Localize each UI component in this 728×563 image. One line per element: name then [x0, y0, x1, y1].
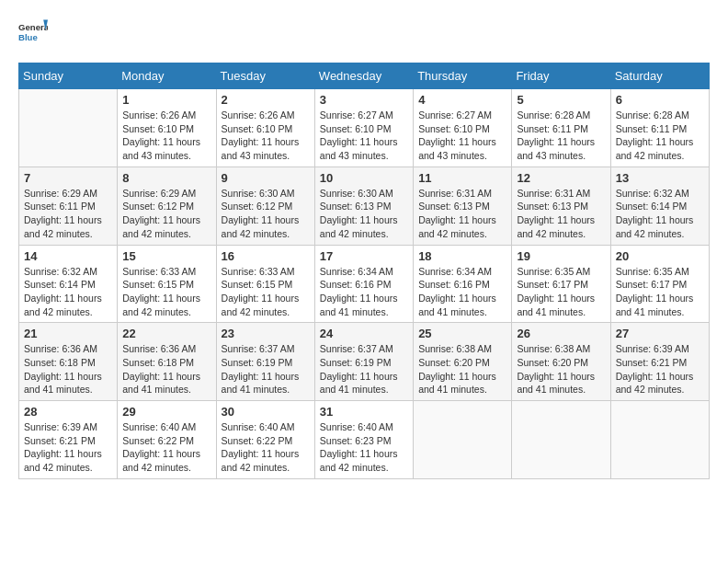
day-number: 25: [418, 327, 506, 340]
calendar-cell: [19, 89, 118, 167]
calendar-cell: 25Sunrise: 6:38 AM Sunset: 6:20 PM Dayli…: [414, 323, 512, 401]
day-detail: Sunrise: 6:27 AM Sunset: 6:10 PM Dayligh…: [320, 109, 408, 163]
calendar-cell: 12Sunrise: 6:31 AM Sunset: 6:13 PM Dayli…: [512, 167, 610, 245]
weekday-header: Sunday: [19, 63, 118, 89]
day-number: 8: [122, 171, 210, 185]
calendar-cell: 3Sunrise: 6:27 AM Sunset: 6:10 PM Daylig…: [314, 89, 413, 167]
day-number: 4: [418, 93, 506, 107]
day-number: 29: [122, 405, 210, 419]
calendar-cell: 21Sunrise: 6:36 AM Sunset: 6:18 PM Dayli…: [19, 323, 118, 401]
page-header: GeneralBlue: [18, 18, 710, 48]
day-number: 3: [320, 93, 408, 107]
day-number: 15: [122, 249, 210, 263]
day-detail: Sunrise: 6:34 AM Sunset: 6:16 PM Dayligh…: [418, 265, 506, 319]
day-number: 17: [320, 249, 408, 263]
calendar-week-row: 21Sunrise: 6:36 AM Sunset: 6:18 PM Dayli…: [19, 323, 710, 401]
day-detail: Sunrise: 6:39 AM Sunset: 6:21 PM Dayligh…: [24, 420, 112, 475]
calendar-cell: [512, 401, 610, 479]
day-number: 16: [222, 249, 310, 263]
day-number: 13: [616, 171, 704, 185]
calendar-cell: 6Sunrise: 6:28 AM Sunset: 6:11 PM Daylig…: [610, 89, 709, 167]
svg-text:General: General: [18, 22, 48, 32]
day-number: 14: [24, 249, 112, 263]
day-number: 1: [122, 93, 210, 107]
calendar-cell: 10Sunrise: 6:30 AM Sunset: 6:13 PM Dayli…: [314, 167, 413, 245]
day-detail: Sunrise: 6:36 AM Sunset: 6:18 PM Dayligh…: [24, 342, 112, 396]
day-detail: Sunrise: 6:31 AM Sunset: 6:13 PM Dayligh…: [517, 187, 605, 241]
weekday-header: Thursday: [414, 63, 512, 89]
calendar-cell: 17Sunrise: 6:34 AM Sunset: 6:16 PM Dayli…: [314, 245, 413, 323]
day-detail: Sunrise: 6:30 AM Sunset: 6:13 PM Dayligh…: [320, 187, 408, 241]
calendar-cell: 18Sunrise: 6:34 AM Sunset: 6:16 PM Dayli…: [414, 245, 512, 323]
day-detail: Sunrise: 6:40 AM Sunset: 6:23 PM Dayligh…: [320, 420, 408, 475]
day-detail: Sunrise: 6:40 AM Sunset: 6:22 PM Dayligh…: [122, 420, 210, 475]
calendar-week-row: 28Sunrise: 6:39 AM Sunset: 6:21 PM Dayli…: [19, 401, 710, 479]
weekday-header: Monday: [118, 63, 216, 89]
day-detail: Sunrise: 6:32 AM Sunset: 6:14 PM Dayligh…: [616, 187, 704, 241]
day-number: 10: [320, 171, 408, 185]
day-detail: Sunrise: 6:38 AM Sunset: 6:20 PM Dayligh…: [517, 342, 605, 396]
day-number: 23: [222, 327, 310, 340]
calendar-cell: 5Sunrise: 6:28 AM Sunset: 6:11 PM Daylig…: [512, 89, 610, 167]
calendar-cell: 13Sunrise: 6:32 AM Sunset: 6:14 PM Dayli…: [610, 167, 709, 245]
day-number: 28: [24, 405, 112, 419]
day-detail: Sunrise: 6:27 AM Sunset: 6:10 PM Dayligh…: [418, 109, 506, 163]
weekday-header: Wednesday: [314, 63, 413, 89]
day-number: 20: [616, 249, 704, 263]
calendar-cell: 11Sunrise: 6:31 AM Sunset: 6:13 PM Dayli…: [414, 167, 512, 245]
calendar-cell: 28Sunrise: 6:39 AM Sunset: 6:21 PM Dayli…: [19, 401, 118, 479]
calendar-cell: 31Sunrise: 6:40 AM Sunset: 6:23 PM Dayli…: [314, 401, 413, 479]
calendar-cell: 29Sunrise: 6:40 AM Sunset: 6:22 PM Dayli…: [118, 401, 216, 479]
day-detail: Sunrise: 6:28 AM Sunset: 6:11 PM Dayligh…: [517, 109, 605, 163]
day-number: 21: [24, 327, 112, 340]
calendar-cell: 22Sunrise: 6:36 AM Sunset: 6:18 PM Dayli…: [118, 323, 216, 401]
calendar-cell: 14Sunrise: 6:32 AM Sunset: 6:14 PM Dayli…: [19, 245, 118, 323]
day-detail: Sunrise: 6:38 AM Sunset: 6:20 PM Dayligh…: [418, 342, 506, 396]
day-number: 30: [222, 405, 310, 419]
calendar-cell: 15Sunrise: 6:33 AM Sunset: 6:15 PM Dayli…: [118, 245, 216, 323]
day-number: 24: [320, 327, 408, 340]
calendar-cell: 26Sunrise: 6:38 AM Sunset: 6:20 PM Dayli…: [512, 323, 610, 401]
day-number: 19: [517, 249, 605, 263]
calendar-cell: 24Sunrise: 6:37 AM Sunset: 6:19 PM Dayli…: [314, 323, 413, 401]
day-detail: Sunrise: 6:29 AM Sunset: 6:12 PM Dayligh…: [122, 187, 210, 241]
day-detail: Sunrise: 6:28 AM Sunset: 6:11 PM Dayligh…: [616, 109, 704, 163]
calendar-cell: 7Sunrise: 6:29 AM Sunset: 6:11 PM Daylig…: [19, 167, 118, 245]
day-number: 6: [616, 93, 704, 107]
day-detail: Sunrise: 6:30 AM Sunset: 6:12 PM Dayligh…: [222, 187, 310, 241]
day-number: 5: [517, 93, 605, 107]
day-number: 27: [616, 327, 704, 340]
calendar-cell: 16Sunrise: 6:33 AM Sunset: 6:15 PM Dayli…: [216, 245, 314, 323]
calendar-table: SundayMondayTuesdayWednesdayThursdayFrid…: [18, 63, 710, 479]
day-detail: Sunrise: 6:32 AM Sunset: 6:14 PM Dayligh…: [24, 265, 112, 319]
day-detail: Sunrise: 6:31 AM Sunset: 6:13 PM Dayligh…: [418, 187, 506, 241]
calendar-cell: 2Sunrise: 6:26 AM Sunset: 6:10 PM Daylig…: [216, 89, 314, 167]
day-detail: Sunrise: 6:40 AM Sunset: 6:22 PM Dayligh…: [222, 420, 310, 475]
day-detail: Sunrise: 6:36 AM Sunset: 6:18 PM Dayligh…: [122, 342, 210, 396]
calendar-cell: 4Sunrise: 6:27 AM Sunset: 6:10 PM Daylig…: [414, 89, 512, 167]
calendar-cell: 20Sunrise: 6:35 AM Sunset: 6:17 PM Dayli…: [610, 245, 709, 323]
calendar-cell: [414, 401, 512, 479]
day-number: 26: [517, 327, 605, 340]
day-number: 7: [24, 171, 112, 185]
calendar-cell: 9Sunrise: 6:30 AM Sunset: 6:12 PM Daylig…: [216, 167, 314, 245]
calendar-cell: 27Sunrise: 6:39 AM Sunset: 6:21 PM Dayli…: [610, 323, 709, 401]
svg-text:Blue: Blue: [18, 32, 38, 42]
calendar-cell: 8Sunrise: 6:29 AM Sunset: 6:12 PM Daylig…: [118, 167, 216, 245]
day-number: 2: [222, 93, 310, 107]
calendar-week-row: 7Sunrise: 6:29 AM Sunset: 6:11 PM Daylig…: [19, 167, 710, 245]
logo: GeneralBlue: [18, 18, 48, 48]
calendar-cell: 19Sunrise: 6:35 AM Sunset: 6:17 PM Dayli…: [512, 245, 610, 323]
calendar-week-row: 1Sunrise: 6:26 AM Sunset: 6:10 PM Daylig…: [19, 89, 710, 167]
day-detail: Sunrise: 6:35 AM Sunset: 6:17 PM Dayligh…: [616, 265, 704, 319]
day-detail: Sunrise: 6:37 AM Sunset: 6:19 PM Dayligh…: [320, 342, 408, 396]
day-detail: Sunrise: 6:37 AM Sunset: 6:19 PM Dayligh…: [222, 342, 310, 396]
day-number: 31: [320, 405, 408, 419]
day-detail: Sunrise: 6:33 AM Sunset: 6:15 PM Dayligh…: [122, 265, 210, 319]
calendar-cell: [610, 401, 709, 479]
day-detail: Sunrise: 6:39 AM Sunset: 6:21 PM Dayligh…: [616, 342, 704, 396]
day-number: 9: [222, 171, 310, 185]
day-detail: Sunrise: 6:26 AM Sunset: 6:10 PM Dayligh…: [222, 109, 310, 163]
day-detail: Sunrise: 6:26 AM Sunset: 6:10 PM Dayligh…: [122, 109, 210, 163]
day-number: 18: [418, 249, 506, 263]
